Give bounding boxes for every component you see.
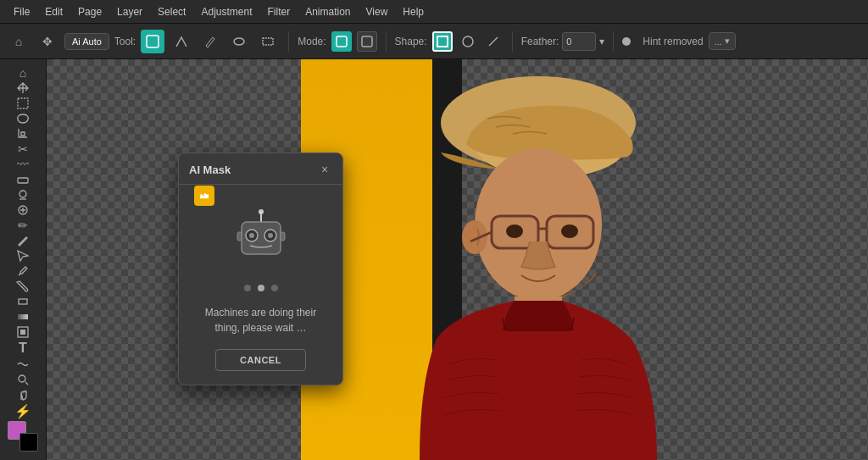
svg-rect-2 (263, 38, 273, 45)
left-sidebar: ⌂ ✂ 〰 ✏ (0, 59, 47, 460)
tool-stamp[interactable] (8, 188, 38, 202)
svg-rect-34 (281, 232, 285, 241)
ai-mask-dialog: AI Mask × (178, 152, 343, 385)
svg-rect-4 (362, 36, 372, 47)
menu-adjustment[interactable]: Adjustment (194, 4, 259, 19)
home-button[interactable]: ⌂ (7, 30, 31, 53)
tool-marquee[interactable] (8, 97, 38, 110)
dialog-close-button[interactable]: × (317, 162, 332, 177)
dot-1 (244, 285, 251, 291)
chevron-down-icon: ▾ (725, 36, 730, 47)
svg-point-27 (259, 209, 264, 214)
menu-view[interactable]: View (359, 4, 395, 19)
tool-rect[interactable] (8, 295, 38, 308)
loading-dots (244, 285, 278, 291)
tool-nodeselect[interactable] (8, 249, 38, 263)
tool-home[interactable]: ⌂ (8, 66, 38, 80)
menu-file[interactable]: File (7, 4, 36, 19)
svg-point-1 (234, 38, 244, 45)
tool-smear[interactable] (8, 357, 38, 371)
ai-auto-button[interactable]: Ai Auto (64, 33, 109, 50)
hint-text: Hint removed (643, 36, 703, 47)
svg-rect-8 (18, 98, 28, 108)
svg-rect-12 (19, 299, 27, 304)
feather-label: Feather: (521, 36, 559, 47)
svg-rect-15 (20, 330, 25, 335)
more-button[interactable]: ... ▾ (709, 32, 736, 50)
tool-eraser[interactable] (8, 173, 38, 186)
menu-edit[interactable]: Edit (38, 4, 70, 19)
feather-dropdown-icon[interactable]: ▾ (599, 36, 604, 47)
robot-icon (231, 208, 291, 271)
tool-text[interactable]: T (8, 341, 38, 356)
svg-point-23 (506, 224, 523, 238)
divider-1 (288, 31, 289, 52)
tool-label: Tool: (114, 36, 136, 47)
svg-rect-3 (337, 36, 347, 47)
tool-gradient[interactable] (8, 310, 38, 324)
svg-point-31 (249, 233, 254, 238)
tool-patch[interactable] (8, 203, 38, 217)
dot-2 (258, 285, 264, 291)
svg-rect-9 (18, 178, 28, 183)
menu-bar: File Edit Page Layer Select Adjustment F… (0, 0, 868, 24)
svg-rect-13 (18, 314, 28, 319)
shape-label: Shape: (395, 36, 427, 47)
feather-input[interactable] (562, 32, 596, 51)
svg-point-24 (561, 224, 578, 238)
svg-point-20 (462, 220, 487, 254)
tool-lightning[interactable]: ⚡ (8, 403, 38, 419)
selection-tool-button[interactable] (141, 30, 164, 53)
pencil-tool-button[interactable] (198, 30, 222, 53)
tool-mask[interactable] (8, 325, 38, 339)
tool-pen[interactable]: ✏ (8, 219, 38, 232)
tool-wave[interactable]: 〰 (8, 158, 38, 171)
dialog-body: Machines are doing their thing, please w… (179, 185, 342, 385)
menu-layer[interactable]: Layer (110, 4, 149, 19)
mode-subtract-button[interactable] (357, 31, 377, 52)
cancel-button[interactable]: CANCEL (215, 349, 306, 371)
move-button[interactable]: ✥ (36, 30, 59, 53)
rect-select-button[interactable] (256, 30, 280, 53)
tool-colorpen[interactable] (8, 234, 38, 247)
mode-add-button[interactable] (331, 31, 352, 52)
person-image (301, 59, 716, 460)
color-swatches (8, 421, 38, 455)
divider-3 (512, 31, 513, 52)
shape-circle-button[interactable] (458, 31, 478, 52)
svg-point-6 (463, 36, 473, 47)
dialog-title: AI Mask (189, 163, 231, 176)
canvas-area: AI Mask × (47, 59, 868, 460)
wait-text: Machines are doing their thing, please w… (192, 305, 329, 335)
svg-point-16 (19, 375, 25, 382)
menu-filter[interactable]: Filter (260, 4, 297, 19)
background-color[interactable] (19, 433, 38, 452)
divider-4 (613, 31, 614, 52)
mode-label: Mode: (298, 36, 326, 47)
hint-dot (622, 37, 631, 46)
tool-move[interactable] (8, 81, 38, 95)
toolbar: ⌂ ✥ Ai Auto Tool: Mode: (0, 24, 868, 59)
lasso-tool-button[interactable] (227, 30, 251, 53)
menu-select[interactable]: Select (151, 4, 192, 19)
color-swatch-stack[interactable] (8, 421, 38, 452)
svg-rect-0 (147, 36, 159, 47)
paint-tool-button[interactable] (170, 30, 193, 53)
tool-zoom[interactable] (8, 373, 38, 386)
crown-icon (194, 186, 214, 206)
dot-3 (271, 285, 278, 291)
tool-fill[interactable] (8, 280, 38, 293)
shape-rect-button[interactable] (432, 31, 453, 52)
tool-hand[interactable] (8, 388, 38, 402)
shape-line-button[interactable] (483, 31, 504, 52)
dialog-header: AI Mask × (179, 153, 342, 185)
tool-lasso[interactable] (8, 112, 38, 125)
tool-scissors[interactable]: ✂ (8, 142, 38, 156)
menu-help[interactable]: Help (396, 4, 431, 19)
tool-crop[interactable] (8, 127, 38, 141)
svg-point-32 (268, 233, 273, 238)
tool-eyedropper[interactable] (8, 264, 38, 278)
menu-page[interactable]: Page (71, 4, 108, 19)
menu-animation[interactable]: Animation (298, 4, 357, 19)
svg-point-10 (19, 191, 26, 197)
